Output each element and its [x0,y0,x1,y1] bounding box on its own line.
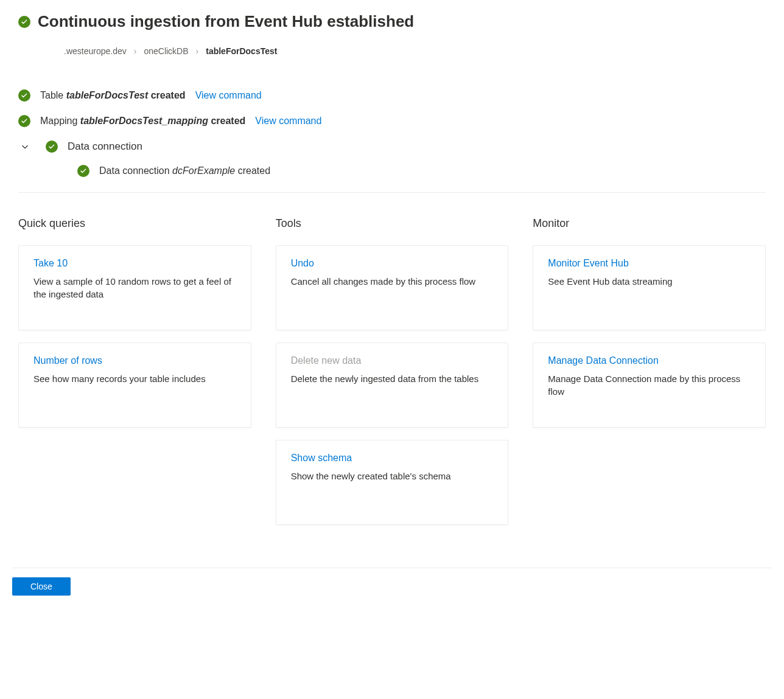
card-description: See Event Hub data streaming [548,275,751,288]
status-data-connection-header: Data connection [18,141,766,153]
chevron-down-icon[interactable] [20,142,30,151]
success-check-icon [46,141,58,153]
card-show-schema[interactable]: Show schema Show the newly created table… [276,440,509,525]
card-title-link[interactable]: Monitor Event Hub [548,258,751,269]
quick-queries-column: Quick queries Take 10 View a sample of 1… [18,217,251,537]
card-manage-data-connection[interactable]: Manage Data Connection Manage Data Conne… [533,343,766,428]
card-number-of-rows[interactable]: Number of rows See how many records your… [18,343,251,428]
footer: Close [12,568,772,596]
status-table-created: Table tableForDocsTest created View comm… [18,89,766,102]
status-text: Table tableForDocsTest created [40,90,186,101]
breadcrumb-item-cluster[interactable]: .westeurope.dev [64,46,127,56]
status-data-connection-item: Data connection dcForExample created [77,165,766,177]
card-description: Delete the newly ingested data from the … [291,372,494,385]
card-delete-new-data: Delete new data Delete the newly ingeste… [276,343,509,428]
card-title-link[interactable]: Show schema [291,453,494,464]
view-command-link[interactable]: View command [195,90,262,101]
card-take-10[interactable]: Take 10 View a sample of 10 random rows … [18,245,251,330]
card-title-link[interactable]: Undo [291,258,494,269]
chevron-right-icon: › [134,46,137,56]
view-command-link[interactable]: View command [255,116,321,127]
card-description: Cancel all changes made by this process … [291,275,494,288]
status-mapping-created: Mapping tableForDocsTest_mapping created… [18,115,766,127]
data-connection-label: Data connection [68,141,142,153]
success-check-icon [18,115,30,127]
success-check-icon [18,16,30,28]
monitor-column: Monitor Monitor Event Hub See Event Hub … [533,217,766,537]
column-title: Monitor [533,217,766,230]
close-button[interactable]: Close [12,577,71,596]
card-description: View a sample of 10 random rows to get a… [33,275,236,301]
card-title-link[interactable]: Number of rows [33,355,236,366]
success-check-icon [77,165,89,177]
status-list: Table tableForDocsTest created View comm… [18,89,766,177]
column-title: Tools [276,217,509,230]
card-title-link[interactable]: Take 10 [33,258,236,269]
page-title: Continuous ingestion from Event Hub esta… [38,12,414,31]
status-text: Data connection dcForExample created [99,165,270,176]
card-description: See how many records your table includes [33,372,236,385]
chevron-right-icon: › [196,46,199,56]
card-title-link[interactable]: Manage Data Connection [548,355,751,366]
status-text: Mapping tableForDocsTest_mapping created [40,116,245,127]
page-header: Continuous ingestion from Event Hub esta… [18,12,766,31]
column-title: Quick queries [18,217,251,230]
tools-column: Tools Undo Cancel all changes made by th… [276,217,509,537]
card-monitor-event-hub[interactable]: Monitor Event Hub See Event Hub data str… [533,245,766,330]
card-title-disabled: Delete new data [291,355,494,366]
breadcrumb: .westeurope.dev › oneClickDB › tableForD… [64,46,766,56]
card-undo[interactable]: Undo Cancel all changes made by this pro… [276,245,509,330]
breadcrumb-item-table: tableForDocsTest [206,46,277,56]
action-columns: Quick queries Take 10 View a sample of 1… [18,217,766,537]
card-description: Manage Data Connection made by this proc… [548,372,751,398]
divider [18,192,766,193]
breadcrumb-item-database[interactable]: oneClickDB [144,46,188,56]
card-description: Show the newly created table's schema [291,470,494,482]
success-check-icon [18,89,30,102]
